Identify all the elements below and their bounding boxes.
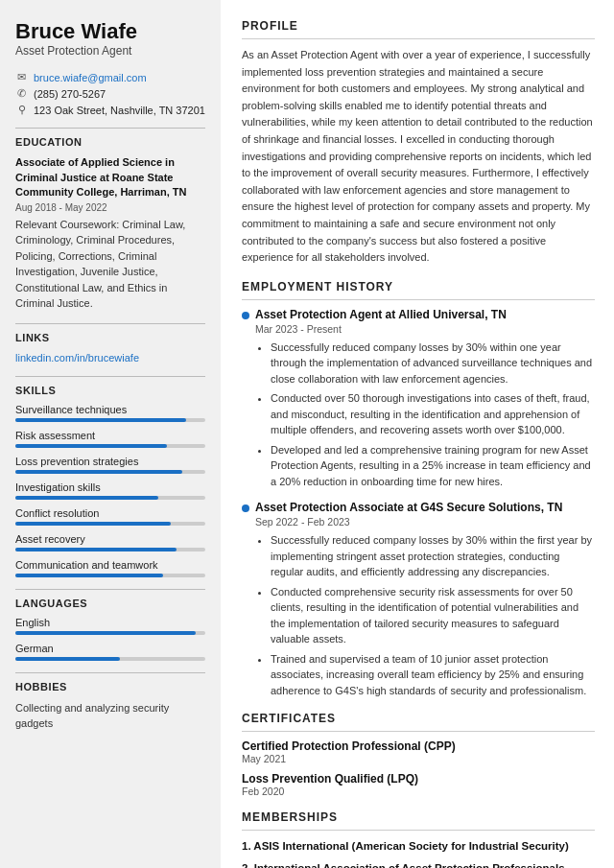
skills-divider — [15, 376, 205, 377]
skill-label: Surveillance techniques — [15, 404, 205, 415]
certificates-section: CERTIFICATES Certified Protection Profes… — [242, 712, 595, 797]
skill-bar-bg — [15, 574, 205, 577]
job-bullet: Successfully reduced company losses by 3… — [271, 340, 595, 387]
profile-divider — [242, 38, 595, 39]
skill-label: Loss prevention strategies — [15, 456, 205, 467]
main-content: PROFILE As an Asset Protection Agent wit… — [221, 0, 614, 868]
jobs-list: Asset Protection Agent at Allied Univers… — [242, 308, 595, 699]
skill-bar-fill — [15, 470, 182, 474]
skill-item: Conflict resolution — [15, 507, 205, 526]
hobbies-text: Collecting and analyzing security gadget… — [15, 700, 205, 732]
address-text: 123 Oak Street, Nashville, TN 37201 — [34, 105, 205, 116]
job-title: Asset Protection Associate at G4S Secure… — [255, 501, 595, 514]
memberships-section-title: MEMBERSHIPS — [242, 810, 595, 824]
language-bar-bg — [15, 631, 205, 635]
language-label: English — [15, 617, 205, 628]
skills-section-title: SKILLS — [15, 385, 205, 396]
education-degree: Associate of Applied Science in Criminal… — [15, 155, 205, 199]
skill-bar-fill — [15, 574, 163, 577]
job-entry: Asset Protection Agent at Allied Univers… — [242, 308, 595, 490]
profile-section: PROFILE As an Asset Protection Agent wit… — [242, 19, 595, 267]
memberships-divider — [242, 830, 595, 831]
job-bullet: Trained and supervised a team of 10 juni… — [271, 651, 595, 699]
skill-bar-bg — [15, 548, 205, 551]
language-item: German — [15, 643, 205, 661]
skill-bar-fill — [15, 496, 158, 500]
membership-item: 1. ASIS International (American Society … — [242, 838, 595, 855]
language-item: English — [15, 617, 205, 635]
language-bar-fill — [15, 657, 120, 661]
education-section-title: EDUCATION — [15, 136, 205, 148]
languages-section-title: LANGUAGES — [15, 598, 205, 609]
certs-list: Certified Protection Professional (CPP) … — [242, 739, 595, 797]
skill-item: Surveillance techniques — [15, 404, 205, 422]
skill-bar-fill — [15, 418, 186, 422]
skill-item: Communication and teamwork — [15, 559, 205, 577]
skill-bar-bg — [15, 418, 205, 422]
job-dot — [242, 504, 249, 512]
membership-item: 2. International Association of Asset Pr… — [242, 860, 595, 868]
skill-bar-fill — [15, 522, 171, 526]
job-bullets: Successfully reduced company losses by 3… — [255, 532, 595, 698]
certificates-section-title: CERTIFICATES — [242, 712, 595, 725]
languages-divider — [15, 589, 205, 590]
job-bullet: Developed and led a comprehensive traini… — [271, 442, 595, 490]
coursework-label: Relevant Coursework: — [15, 219, 119, 230]
job-dot — [242, 312, 249, 319]
email-link[interactable]: bruce.wiafe@gmail.com — [34, 72, 147, 83]
contact-email: ✉ bruce.wiafe@gmail.com — [15, 71, 205, 83]
education-dates: Aug 2018 - May 2022 — [15, 202, 205, 213]
candidate-name: Bruce Wiafe — [15, 19, 205, 44]
memberships-list: 1. ASIS International (American Society … — [242, 838, 595, 868]
skill-label: Conflict resolution — [15, 507, 205, 519]
links-section-title: LINKS — [15, 332, 205, 343]
skill-item: Investigation skills — [15, 481, 205, 500]
skill-label: Asset recovery — [15, 533, 205, 545]
language-bar-fill — [15, 631, 196, 635]
cert-date: May 2021 — [242, 753, 595, 764]
languages-list: English German — [15, 617, 205, 661]
job-bullet: Successfully reduced company losses by 3… — [271, 532, 595, 580]
phone-number: (285) 270-5267 — [34, 88, 106, 100]
skill-bar-bg — [15, 470, 205, 474]
skill-item: Risk assessment — [15, 430, 205, 448]
skill-label: Communication and teamwork — [15, 559, 205, 571]
employment-section: EMPLOYMENT HISTORY Asset Protection Agen… — [242, 280, 595, 699]
job-bullet: Conducted over 50 thorough investigation… — [271, 390, 595, 438]
skill-bar-fill — [15, 444, 167, 448]
cert-date: Feb 2020 — [242, 786, 595, 797]
links-divider — [15, 323, 205, 324]
skill-label: Risk assessment — [15, 430, 205, 441]
contact-phone: ✆ (285) 270-5267 — [15, 87, 205, 100]
employment-section-title: EMPLOYMENT HISTORY — [242, 280, 595, 293]
skill-label: Investigation skills — [15, 481, 205, 493]
hobbies-divider — [15, 672, 205, 673]
profile-text: As an Asset Protection Agent with over a… — [242, 47, 595, 267]
email-icon: ✉ — [15, 71, 28, 83]
skill-bar-fill — [15, 548, 177, 551]
phone-icon: ✆ — [15, 87, 28, 100]
skills-list: Surveillance techniques Risk assessment … — [15, 404, 205, 577]
contact-address: ⚲ 123 Oak Street, Nashville, TN 37201 — [15, 104, 205, 116]
language-bar-bg — [15, 657, 205, 661]
skill-item: Loss prevention strategies — [15, 456, 205, 474]
job-date: Sep 2022 - Feb 2023 — [255, 516, 595, 528]
skill-bar-bg — [15, 522, 205, 526]
job-entry: Asset Protection Associate at G4S Secure… — [242, 501, 595, 698]
certificates-divider — [242, 731, 595, 732]
cert-name: Loss Prevention Qualified (LPQ) — [242, 772, 595, 786]
profile-section-title: PROFILE — [242, 19, 595, 33]
coursework-text: Criminal Law, Criminology, Criminal Proc… — [15, 219, 185, 310]
sidebar: Bruce Wiafe Asset Protection Agent ✉ bru… — [0, 0, 221, 868]
employment-divider — [242, 299, 595, 300]
linkedin-link[interactable]: linkedin.com/in/brucewiafe — [15, 352, 139, 364]
education-coursework: Relevant Coursework: Criminal Law, Crimi… — [15, 217, 205, 312]
skill-bar-bg — [15, 444, 205, 448]
cert-name: Certified Protection Professional (CPP) — [242, 739, 595, 753]
education-divider — [15, 128, 205, 129]
job-title: Asset Protection Agent at Allied Univers… — [255, 308, 595, 321]
skill-item: Asset recovery — [15, 533, 205, 551]
skill-bar-bg — [15, 496, 205, 500]
job-bullet: Conducted comprehensive security risk as… — [271, 584, 595, 647]
job-date: Mar 2023 - Present — [255, 323, 595, 335]
